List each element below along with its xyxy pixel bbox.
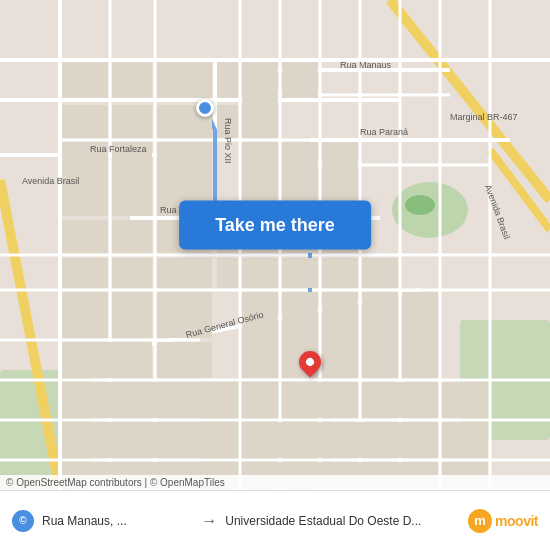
- moovit-text: moovit: [495, 513, 538, 529]
- svg-rect-44: [242, 62, 278, 138]
- svg-rect-53: [112, 220, 152, 253]
- svg-rect-63: [242, 258, 278, 288]
- svg-text:Avenida Brasil: Avenida Brasil: [22, 176, 79, 186]
- svg-rect-59: [62, 258, 108, 288]
- svg-text:Marginal BR-467: Marginal BR-467: [450, 112, 518, 122]
- moovit-icon: m: [468, 509, 492, 533]
- svg-point-5: [405, 195, 435, 215]
- svg-text:Rua Paraná: Rua Paraná: [360, 127, 408, 137]
- route-arrow: →: [201, 512, 217, 530]
- svg-rect-71: [402, 292, 438, 378]
- svg-rect-75: [62, 342, 152, 378]
- route-from: Rua Manaus, ...: [42, 514, 193, 528]
- svg-text:Rua Manaus: Rua Manaus: [340, 60, 392, 70]
- svg-rect-37: [62, 62, 108, 98]
- svg-rect-61: [157, 258, 212, 288]
- map-attribution: © OpenStreetMap contributors | © OpenMap…: [0, 475, 550, 490]
- svg-rect-77: [62, 382, 238, 418]
- svg-rect-81: [442, 382, 488, 418]
- route-to: Universidade Estadual Do Oeste D...: [225, 514, 452, 528]
- svg-rect-66: [362, 258, 398, 288]
- svg-rect-40: [157, 62, 212, 98]
- take-me-there-button[interactable]: Take me there: [179, 201, 371, 250]
- destination-marker: [299, 351, 321, 373]
- map-container: Rua Fortaleza Avenida Brasil Rua Manaus …: [0, 0, 550, 490]
- svg-rect-60: [112, 258, 152, 288]
- svg-rect-72: [62, 292, 108, 338]
- svg-rect-79: [282, 382, 358, 418]
- svg-rect-65: [322, 258, 358, 288]
- svg-rect-62: [217, 258, 238, 288]
- svg-rect-39: [112, 105, 152, 138]
- osm-logo: ©: [12, 510, 34, 532]
- svg-rect-36: [62, 105, 108, 138]
- svg-rect-70: [362, 292, 398, 378]
- svg-rect-45: [282, 62, 318, 98]
- svg-rect-82: [62, 422, 238, 458]
- origin-marker: [196, 99, 214, 117]
- svg-rect-42: [217, 62, 238, 98]
- svg-rect-69: [322, 292, 358, 378]
- svg-text:Rua Fortaleza: Rua Fortaleza: [90, 144, 147, 154]
- svg-rect-73: [112, 292, 152, 338]
- svg-rect-67: [242, 292, 278, 378]
- svg-rect-80: [362, 382, 438, 418]
- svg-rect-52: [62, 220, 108, 253]
- svg-rect-64: [282, 258, 318, 288]
- bottom-bar: © Rua Manaus, ... → Universidade Estadua…: [0, 490, 550, 550]
- moovit-logo: m moovit: [468, 509, 538, 533]
- svg-rect-76: [157, 342, 212, 378]
- svg-rect-83: [242, 422, 438, 458]
- svg-rect-84: [442, 422, 488, 458]
- svg-rect-78: [242, 382, 278, 418]
- svg-text:Rua Pio XII: Rua Pio XII: [223, 118, 233, 164]
- svg-rect-38: [112, 62, 152, 98]
